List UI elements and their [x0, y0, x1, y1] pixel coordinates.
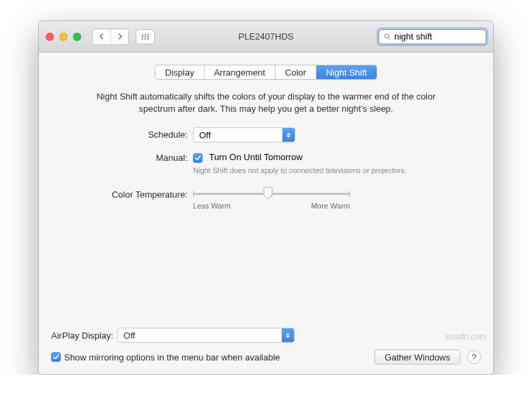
forward-button[interactable] — [110, 29, 128, 44]
airplay-label: AirPlay Display: — [51, 330, 117, 341]
manual-checkbox[interactable] — [193, 153, 203, 163]
mirroring-checkbox[interactable] — [51, 352, 61, 362]
svg-point-0 — [142, 34, 143, 35]
chevron-up-down-icon — [282, 328, 294, 342]
svg-point-6 — [142, 38, 143, 40]
slider-thumb[interactable] — [263, 187, 273, 199]
manual-row: Turn On Until Tomorrow — [193, 151, 419, 163]
chevron-up-down-icon — [282, 128, 295, 142]
manual-note: Night Shift does not apply to connected … — [193, 166, 419, 175]
airplay-select[interactable]: Off — [117, 328, 295, 343]
minimize-icon[interactable] — [59, 33, 68, 41]
slider-tick — [193, 191, 194, 197]
svg-point-4 — [145, 36, 146, 37]
gather-windows-button[interactable]: Gather Windows — [374, 350, 460, 365]
description-text: Night Shift automatically shifts the col… — [51, 91, 481, 115]
airplay-value: Off — [123, 330, 135, 341]
tab-color[interactable]: Color — [275, 65, 316, 79]
svg-line-10 — [389, 37, 391, 40]
zoom-icon[interactable] — [73, 33, 81, 41]
schedule-value: Off — [199, 130, 211, 140]
tab-arrangement[interactable]: Arrangement — [204, 65, 275, 79]
slider-tick — [349, 191, 350, 197]
slider-left-label: Less Warm — [193, 202, 231, 210]
svg-point-7 — [145, 38, 146, 40]
help-button[interactable]: ? — [467, 350, 481, 364]
bottom-area: AirPlay Display: Off Show mirroring opti… — [51, 321, 481, 365]
search-input[interactable] — [394, 31, 494, 42]
manual-checkbox-label: Turn On Until Tomorrow — [209, 152, 302, 162]
color-temp-slider[interactable] — [193, 188, 350, 199]
svg-point-1 — [145, 34, 146, 35]
titlebar: PLE2407HDS — [39, 21, 493, 52]
color-temp-label: Color Temperature: — [51, 184, 188, 210]
traffic-lights — [46, 33, 81, 41]
slider-right-label: More Warm — [311, 202, 350, 210]
slider-labels: Less Warm More Warm — [193, 202, 350, 210]
settings-form: Schedule: Off Manual: Turn On Until Tomo… — [51, 127, 481, 209]
back-button[interactable] — [93, 29, 110, 44]
svg-point-2 — [147, 34, 149, 35]
svg-point-8 — [147, 38, 149, 40]
airplay-row: AirPlay Display: Off — [51, 328, 481, 343]
mirroring-label: Show mirroring options in the menu bar w… — [64, 352, 280, 362]
show-all-button[interactable] — [136, 29, 155, 44]
tab-display[interactable]: Display — [156, 65, 204, 79]
schedule-select[interactable]: Off — [193, 127, 295, 142]
nav-group — [92, 29, 129, 45]
svg-point-5 — [147, 36, 149, 37]
tab-bar: Display Arrangement Color Night Shift — [51, 65, 481, 80]
tab-night-shift[interactable]: Night Shift — [316, 65, 376, 79]
schedule-label: Schedule: — [51, 127, 188, 142]
svg-point-9 — [385, 34, 389, 38]
segmented-control: Display Arrangement Color Night Shift — [155, 65, 377, 80]
manual-label: Manual: — [51, 151, 188, 175]
close-icon[interactable] — [46, 33, 54, 41]
search-icon — [383, 33, 391, 41]
search-field[interactable] — [379, 29, 486, 44]
preferences-window: PLE2407HDS Display Arrangement Color Nig… — [38, 20, 494, 375]
svg-point-3 — [142, 36, 143, 37]
mirroring-row: Show mirroring options in the menu bar w… — [51, 350, 481, 365]
content-area: Display Arrangement Color Night Shift Ni… — [39, 52, 493, 374]
